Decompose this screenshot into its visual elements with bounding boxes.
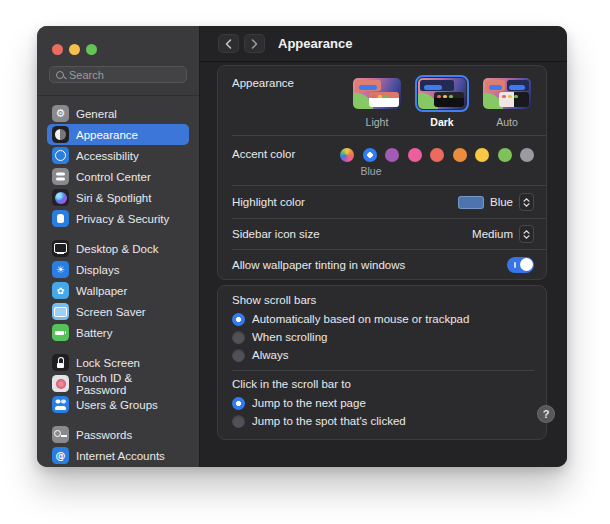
accent-purple-swatch[interactable] bbox=[385, 148, 399, 162]
sidebar-item-accessibility[interactable]: Accessibility bbox=[47, 145, 189, 166]
radio-selected-icon[interactable] bbox=[232, 397, 245, 410]
radio-label: Jump to the next page bbox=[252, 397, 366, 409]
sidebar-item-label: Battery bbox=[76, 327, 112, 339]
wallpaper-flower-icon: ✿ bbox=[52, 282, 69, 299]
sidebar-item-general[interactable]: ⚙ General bbox=[47, 103, 189, 124]
close-button[interactable] bbox=[52, 44, 63, 55]
search-input[interactable] bbox=[69, 69, 180, 81]
control-center-icon bbox=[52, 168, 69, 185]
appearance-settings-group: Appearance Light bbox=[217, 65, 547, 280]
radio-selected-icon[interactable] bbox=[232, 313, 245, 326]
sidebar-item-privacy-security[interactable]: Privacy & Security bbox=[47, 208, 189, 229]
accent-color-row: Accent color bbox=[218, 136, 546, 185]
dark-mode-thumbnail bbox=[418, 78, 466, 109]
radio-label: Always bbox=[252, 349, 288, 361]
sidebar-item-battery[interactable]: Battery bbox=[47, 322, 189, 343]
accent-orange-swatch[interactable] bbox=[453, 148, 467, 162]
radio-label: When scrolling bbox=[252, 331, 327, 343]
radio-row-when-scrolling[interactable]: When scrolling bbox=[232, 329, 534, 345]
users-two-people-icon bbox=[52, 396, 69, 413]
sidebar-icon-size-value: Medium bbox=[472, 228, 513, 240]
content-body: Appearance Light bbox=[200, 62, 567, 467]
forward-button[interactable] bbox=[244, 34, 265, 53]
light-mode-thumbnail bbox=[353, 78, 401, 109]
sidebar-item-label: Wallpaper bbox=[76, 285, 127, 297]
accent-multicolor-swatch[interactable] bbox=[340, 148, 354, 162]
accent-blue-swatch[interactable] bbox=[363, 148, 377, 162]
gear-icon: ⚙ bbox=[52, 105, 69, 122]
back-button[interactable] bbox=[218, 34, 239, 53]
accent-yellow-swatch[interactable] bbox=[475, 148, 489, 162]
radio-unselected-icon[interactable] bbox=[232, 349, 245, 362]
accent-pink-swatch[interactable] bbox=[408, 148, 422, 162]
sidebar-item-control-center[interactable]: Control Center bbox=[47, 166, 189, 187]
zoom-button[interactable] bbox=[86, 44, 97, 55]
toggle-on-indicator bbox=[514, 262, 516, 268]
privacy-hand-icon bbox=[52, 210, 69, 227]
sidebar-item-label: Privacy & Security bbox=[76, 213, 169, 225]
highlight-color-stepper[interactable] bbox=[519, 193, 534, 211]
appearance-option-light[interactable]: Light bbox=[350, 75, 404, 128]
sidebar-item-label: Appearance bbox=[76, 129, 138, 141]
sidebar-icon-size-stepper[interactable] bbox=[519, 225, 534, 243]
sidebar-item-appearance[interactable]: Appearance bbox=[47, 124, 189, 145]
displays-sun-icon: ☀ bbox=[52, 261, 69, 278]
highlight-color-row: Highlight color Blue bbox=[218, 186, 546, 218]
sidebar-icon-size-row: Sidebar icon size Medium bbox=[218, 219, 546, 249]
radio-row-always[interactable]: Always bbox=[232, 347, 534, 363]
appearance-option-label: Auto bbox=[496, 116, 518, 128]
toggle-knob bbox=[520, 258, 533, 271]
sidebar-item-internet-accounts[interactable]: @ Internet Accounts bbox=[47, 445, 189, 466]
sidebar: ⚙ General Appearance Accessibility Contr… bbox=[37, 26, 200, 467]
sidebar-item-touch-id[interactable]: Touch ID & Password bbox=[47, 373, 189, 394]
highlight-color-value: Blue bbox=[490, 196, 513, 208]
wallpaper-tinting-row: Allow wallpaper tinting in windows bbox=[218, 250, 546, 279]
appearance-option-label: Dark bbox=[430, 116, 453, 128]
sidebar-item-displays[interactable]: ☀ Displays bbox=[47, 259, 189, 280]
radio-row-jump-to-spot[interactable]: Jump to the spot that's clicked bbox=[232, 413, 534, 429]
chevron-down-icon bbox=[523, 203, 530, 207]
sidebar-item-label: Internet Accounts bbox=[76, 450, 165, 462]
radio-label: Automatically based on mouse or trackpad bbox=[252, 313, 469, 325]
radio-unselected-icon[interactable] bbox=[232, 415, 245, 428]
sidebar-item-wallpaper[interactable]: ✿ Wallpaper bbox=[47, 280, 189, 301]
accent-graphite-swatch[interactable] bbox=[520, 148, 534, 162]
sidebar-item-screen-saver[interactable]: Screen Saver bbox=[47, 301, 189, 322]
radio-unselected-icon[interactable] bbox=[232, 331, 245, 344]
screen-saver-icon bbox=[52, 303, 69, 320]
appearance-option-auto[interactable]: Auto bbox=[480, 75, 534, 128]
desktop-dock-icon bbox=[52, 240, 69, 257]
help-button[interactable]: ? bbox=[537, 405, 555, 423]
sidebar-item-siri-spotlight[interactable]: Siri & Spotlight bbox=[47, 187, 189, 208]
accent-green-swatch[interactable] bbox=[498, 148, 512, 162]
sidebar-list: ⚙ General Appearance Accessibility Contr… bbox=[37, 96, 199, 467]
sidebar-item-label: Displays bbox=[76, 264, 119, 276]
appearance-option-dark[interactable]: Dark bbox=[415, 75, 469, 128]
appearance-option-label: Light bbox=[366, 116, 389, 128]
sidebar-item-passwords[interactable]: Passwords bbox=[47, 424, 189, 445]
group-divider bbox=[232, 370, 534, 371]
page-title: Appearance bbox=[278, 36, 352, 51]
radio-row-automatically[interactable]: Automatically based on mouse or trackpad bbox=[232, 311, 534, 327]
sidebar-item-lock-screen[interactable]: Lock Screen bbox=[47, 352, 189, 373]
content-pane: Appearance Appearance Ligh bbox=[200, 26, 567, 467]
sidebar-item-desktop-dock[interactable]: Desktop & Dock bbox=[47, 238, 189, 259]
sidebar-icon-size-label: Sidebar icon size bbox=[232, 228, 472, 240]
minimize-button[interactable] bbox=[69, 44, 80, 55]
accent-color-options bbox=[340, 148, 534, 162]
appearance-contrast-icon bbox=[52, 126, 69, 143]
sidebar-item-label: Screen Saver bbox=[76, 306, 146, 318]
help-question-icon: ? bbox=[543, 408, 550, 420]
chevron-up-icon bbox=[523, 198, 530, 202]
chevron-left-icon bbox=[225, 39, 232, 49]
touch-id-fingerprint-icon bbox=[52, 375, 69, 392]
window-controls bbox=[37, 26, 199, 55]
radio-row-jump-next-page[interactable]: Jump to the next page bbox=[232, 395, 534, 411]
sidebar-item-users-groups[interactable]: Users & Groups bbox=[47, 394, 189, 415]
appearance-row-label: Appearance bbox=[232, 75, 350, 128]
radio-label: Jump to the spot that's clicked bbox=[252, 415, 406, 427]
accent-red-swatch[interactable] bbox=[430, 148, 444, 162]
wallpaper-tinting-toggle[interactable] bbox=[507, 257, 534, 273]
appearance-options: Light Dark bbox=[350, 75, 534, 128]
search-field[interactable] bbox=[49, 66, 187, 83]
